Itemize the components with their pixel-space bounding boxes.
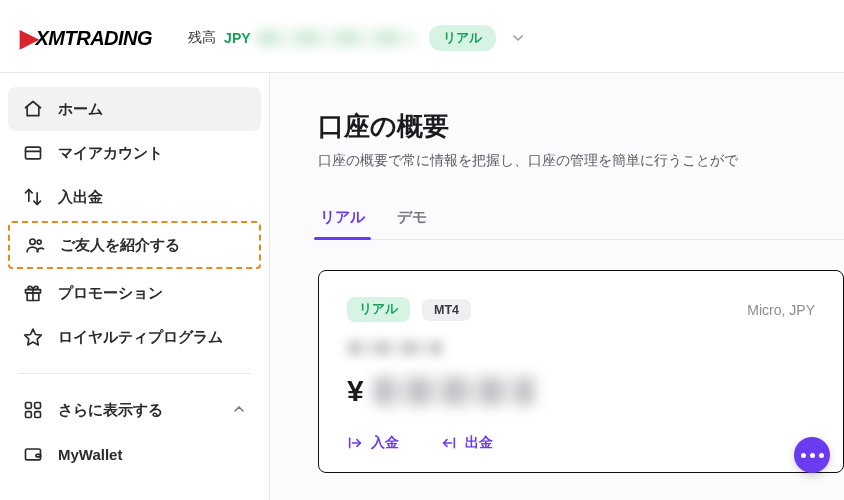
account-card-actions: 入金 出金 [347,434,815,452]
users-icon [24,235,46,255]
sidebar-item-label: ご友人を紹介する [60,236,180,255]
withdraw-icon [441,435,457,451]
logo-text: XMTRADING [36,27,153,50]
sidebar-item-label: プロモーション [58,284,163,303]
pill-real: リアル [347,297,410,322]
main-content: 口座の概要 口座の概要で常に情報を把握し、口座の管理を簡単に行うことがで リアル… [270,73,844,500]
account-id-redacted [347,340,443,356]
sidebar-item-mywallet[interactable]: MyWallet [8,432,261,476]
wallet-icon [22,444,44,464]
grid-icon [22,400,44,420]
sidebar: ホーム マイアカウント 入出金 ご友人を紹介する プロモーション [0,73,270,500]
balance-label: 残高 [188,29,216,47]
account-balance-row: ¥ [347,374,815,408]
ellipsis-icon [801,453,824,458]
account-card-header: リアル MT4 Micro, JPY [347,297,815,322]
svg-rect-11 [35,412,41,418]
transfer-icon [22,187,44,207]
svg-point-3 [37,240,41,244]
gift-icon [22,283,44,303]
sidebar-item-deposit-withdraw[interactable]: 入出金 [8,175,261,219]
header: ▶ XMTRADING 残高 JPY リアル [0,0,844,73]
tab-real[interactable]: リアル [318,198,367,239]
account-type-pill: リアル [429,25,496,51]
sidebar-item-show-more[interactable]: さらに表示する [8,388,261,432]
chevron-up-icon [231,401,247,420]
balance-amount-redacted [257,30,417,46]
deposit-icon [347,435,363,451]
account-card: リアル MT4 Micro, JPY ¥ 入金 [318,270,844,473]
sidebar-divider [18,373,251,374]
sidebar-item-refer-friend[interactable]: ご友人を紹介する [8,221,261,269]
deposit-label: 入金 [371,434,399,452]
account-meta: Micro, JPY [747,302,815,318]
withdraw-label: 出金 [465,434,493,452]
sidebar-item-label: MyWallet [58,446,122,463]
page-subtitle: 口座の概要で常に情報を把握し、口座の管理を簡単に行うことがで [318,152,844,170]
star-icon [22,327,44,347]
sidebar-item-label: 入出金 [58,188,103,207]
sidebar-item-my-account[interactable]: マイアカウント [8,131,261,175]
more-actions-fab[interactable] [794,437,830,473]
sidebar-item-label: さらに表示する [58,401,163,420]
pill-platform: MT4 [422,299,471,321]
sidebar-item-loyalty[interactable]: ロイヤルティプログラム [8,315,261,359]
svg-point-2 [30,239,35,244]
balance-currency: JPY [224,30,250,46]
deposit-button[interactable]: 入金 [347,434,399,452]
account-type-tabs: リアル デモ [318,198,844,240]
svg-marker-7 [25,329,42,345]
sidebar-item-home[interactable]: ホーム [8,87,261,131]
svg-rect-8 [26,403,32,409]
svg-rect-9 [35,403,41,409]
account-dropdown-toggle[interactable] [510,30,526,46]
account-card-icon [22,143,44,163]
withdraw-button[interactable]: 出金 [441,434,493,452]
home-icon [22,99,44,119]
page-title: 口座の概要 [318,109,844,144]
currency-symbol: ¥ [347,374,364,408]
account-balance-redacted [374,377,534,405]
svg-rect-10 [26,412,32,418]
svg-rect-0 [26,147,41,159]
sidebar-item-label: ホーム [58,100,103,119]
sidebar-item-label: ロイヤルティプログラム [58,328,223,347]
brand-logo: ▶ XMTRADING [20,24,152,52]
sidebar-item-promotions[interactable]: プロモーション [8,271,261,315]
tab-demo[interactable]: デモ [395,198,429,239]
sidebar-item-label: マイアカウント [58,144,163,163]
